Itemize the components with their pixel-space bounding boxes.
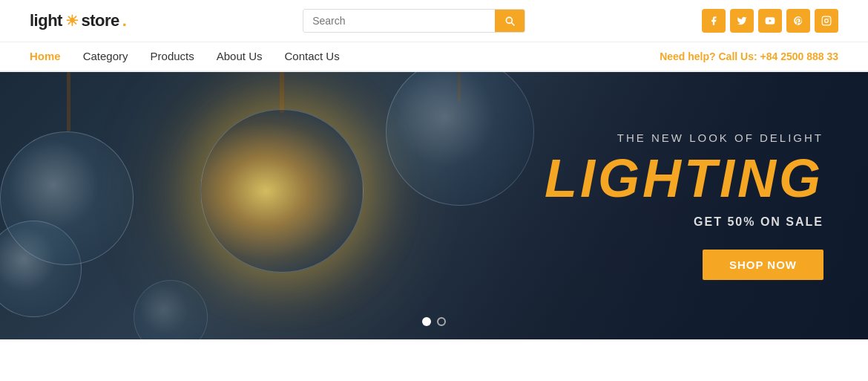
facebook-icon[interactable]: [702, 9, 726, 33]
header: light ☀ store .: [0, 0, 868, 42]
slider-dot-1[interactable]: [422, 317, 431, 326]
nav-item-products[interactable]: Products: [151, 50, 194, 63]
nav-link-products[interactable]: Products: [151, 50, 194, 62]
youtube-icon[interactable]: [758, 9, 782, 33]
hero-content: THE NEW LOOK OF DELIGHT LIGHTING GET 50%…: [545, 131, 823, 280]
nav-item-contact[interactable]: Contact Us: [284, 50, 339, 63]
nav-link-category[interactable]: Category: [83, 50, 128, 62]
nav-link-contact[interactable]: Contact Us: [284, 50, 339, 62]
logo[interactable]: light ☀ store .: [30, 11, 126, 30]
logo-sun-icon: ☀: [65, 12, 79, 30]
bulb-scene: [0, 72, 565, 339]
navigation: Home Category Products About Us Contact …: [0, 42, 868, 72]
nav-links: Home Category Products About Us Contact …: [30, 50, 340, 63]
search-button[interactable]: [495, 10, 525, 32]
svg-point-2: [825, 19, 829, 23]
search-input[interactable]: [303, 10, 495, 32]
bulb-right: [386, 72, 534, 206]
help-label: Need help? Call Us:: [660, 51, 757, 62]
bulb-stem-center: [280, 72, 284, 113]
svg-point-3: [829, 18, 829, 19]
slider-dot-2[interactable]: [437, 317, 446, 326]
bulb-bottom: [134, 280, 208, 339]
nav-link-about[interactable]: About Us: [217, 50, 263, 62]
nav-item-category[interactable]: Category: [83, 50, 128, 63]
logo-store-text: store: [81, 11, 119, 30]
logo-light-text: light: [30, 11, 62, 30]
search-icon: [504, 15, 516, 27]
nav-link-home[interactable]: Home: [30, 50, 61, 62]
pinterest-icon[interactable]: [786, 9, 810, 33]
search-bar: [303, 9, 525, 33]
hero-banner: THE NEW LOOK OF DELIGHT LIGHTING GET 50%…: [0, 72, 868, 339]
bulb-center-glowing: [200, 109, 364, 273]
svg-rect-1: [822, 16, 831, 25]
bulb-left: [0, 131, 134, 265]
nav-item-about[interactable]: About Us: [217, 50, 263, 63]
bulb-stem-left: [67, 72, 70, 131]
social-icons-group: [702, 9, 838, 33]
hero-offer: GET 50% ON SALE: [545, 215, 823, 229]
shop-now-button[interactable]: Shop Now: [703, 250, 823, 280]
nav-item-home[interactable]: Home: [30, 50, 61, 63]
hero-title: LIGHTING: [545, 152, 823, 205]
logo-period: .: [122, 11, 127, 30]
slider-dots: [422, 317, 446, 326]
twitter-icon[interactable]: [730, 9, 754, 33]
instagram-icon[interactable]: [815, 9, 838, 33]
help-text: Need help? Call Us: +84 2500 888 33: [660, 51, 838, 62]
hero-subtitle: THE NEW LOOK OF DELIGHT: [545, 131, 823, 144]
phone-number: +84 2500 888 33: [760, 51, 839, 62]
